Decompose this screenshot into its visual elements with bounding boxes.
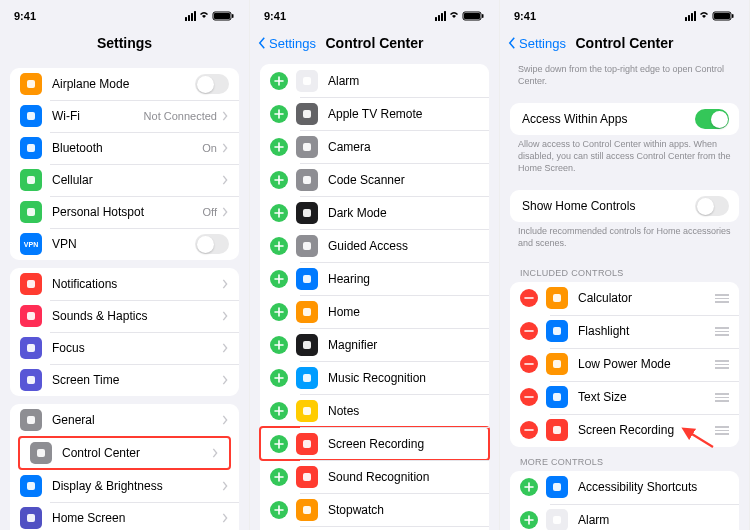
- add-icon[interactable]: [270, 204, 288, 222]
- remove-icon[interactable]: [520, 421, 538, 439]
- control-icon: [296, 334, 318, 356]
- svg-rect-13: [27, 312, 35, 320]
- svg-rect-24: [441, 13, 443, 21]
- add-icon[interactable]: [270, 303, 288, 321]
- add-control-row-screen-recording[interactable]: Screen Recording: [260, 427, 489, 460]
- page-title: Settings: [97, 35, 152, 51]
- settings-row-control-center[interactable]: Control Center: [20, 438, 229, 468]
- settings-row-wi-fi[interactable]: Wi-FiNot Connected: [10, 100, 239, 132]
- reorder-handle-icon[interactable]: [715, 360, 729, 369]
- cc-scroll[interactable]: Swipe down from the top-right edge to op…: [500, 60, 749, 530]
- add-icon[interactable]: [520, 478, 538, 496]
- add-control-row-stopwatch[interactable]: Stopwatch: [260, 493, 489, 526]
- more-row-accessibility-shortcuts[interactable]: Accessibility Shortcuts: [510, 471, 739, 504]
- status-icons: [435, 11, 485, 21]
- add-icon[interactable]: [270, 468, 288, 486]
- add-control-row-camera[interactable]: Camera: [260, 130, 489, 163]
- toggle-show-home[interactable]: [695, 196, 729, 216]
- toggle[interactable]: [195, 74, 229, 94]
- group-general: GeneralControl CenterDisplay & Brightnes…: [10, 404, 239, 530]
- reorder-handle-icon[interactable]: [715, 294, 729, 303]
- remove-icon[interactable]: [520, 388, 538, 406]
- toggle[interactable]: [195, 234, 229, 254]
- settings-row-display-brightness[interactable]: Display & Brightness: [10, 470, 239, 502]
- add-icon[interactable]: [270, 336, 288, 354]
- row-icon: [20, 409, 42, 431]
- settings-row-vpn[interactable]: VPNVPN: [10, 228, 239, 260]
- toggle-access-within-apps[interactable]: [695, 109, 729, 129]
- included-row-low-power-mode[interactable]: Low Power Mode: [510, 348, 739, 381]
- add-control-row-hearing[interactable]: Hearing: [260, 262, 489, 295]
- add-control-row-alarm[interactable]: Alarm: [260, 64, 489, 97]
- svg-rect-12: [27, 280, 35, 288]
- add-icon[interactable]: [270, 435, 288, 453]
- settings-scroll[interactable]: Airplane ModeWi-FiNot ConnectedBluetooth…: [0, 60, 249, 530]
- back-button[interactable]: Settings: [256, 36, 316, 51]
- chevron-right-icon: [211, 448, 219, 458]
- add-control-row-code-scanner[interactable]: Code Scanner: [260, 163, 489, 196]
- access-within-apps-row[interactable]: Access Within Apps: [510, 103, 739, 135]
- back-button[interactable]: Settings: [506, 36, 566, 51]
- reorder-handle-icon[interactable]: [715, 327, 729, 336]
- add-control-row-music-recognition[interactable]: Music Recognition: [260, 361, 489, 394]
- settings-row-sounds-haptics[interactable]: Sounds & Haptics: [10, 300, 239, 332]
- control-icon: [296, 235, 318, 257]
- svg-rect-48: [691, 13, 693, 21]
- add-control-row-dark-mode[interactable]: Dark Mode: [260, 196, 489, 229]
- reorder-handle-icon[interactable]: [715, 426, 729, 435]
- add-icon[interactable]: [270, 237, 288, 255]
- add-icon[interactable]: [270, 171, 288, 189]
- settings-row-home-screen[interactable]: Home Screen: [10, 502, 239, 530]
- control-label: Alarm: [328, 74, 479, 88]
- svg-rect-16: [27, 416, 35, 424]
- settings-row-screen-time[interactable]: Screen Time: [10, 364, 239, 396]
- add-control-row-guided-access[interactable]: Guided Access: [260, 229, 489, 262]
- included-row-flashlight[interactable]: Flashlight: [510, 315, 739, 348]
- control-icon: [296, 433, 318, 455]
- included-row-calculator[interactable]: Calculator: [510, 282, 739, 315]
- add-icon[interactable]: [270, 138, 288, 156]
- remove-icon[interactable]: [520, 355, 538, 373]
- row-icon: [20, 137, 42, 159]
- settings-row-personal-hotspot[interactable]: Personal HotspotOff: [10, 196, 239, 228]
- add-icon[interactable]: [270, 402, 288, 420]
- add-control-row-timer[interactable]: Timer: [260, 526, 489, 530]
- cc-scroll[interactable]: AlarmApple TV RemoteCameraCode ScannerDa…: [250, 60, 499, 530]
- detail-value: Not Connected: [144, 110, 217, 122]
- svg-rect-49: [694, 11, 696, 21]
- add-control-row-sound-recognition[interactable]: Sound Recognition: [260, 460, 489, 493]
- remove-icon[interactable]: [520, 289, 538, 307]
- settings-row-general[interactable]: General: [10, 404, 239, 436]
- svg-rect-51: [714, 13, 730, 19]
- settings-row-cellular[interactable]: Cellular: [10, 164, 239, 196]
- chevron-right-icon: [221, 481, 229, 491]
- control-icon: [296, 301, 318, 323]
- status-icons: [185, 11, 235, 21]
- add-icon[interactable]: [270, 369, 288, 387]
- add-icon[interactable]: [270, 270, 288, 288]
- settings-row-airplane-mode[interactable]: Airplane Mode: [10, 68, 239, 100]
- add-icon[interactable]: [270, 501, 288, 519]
- settings-row-bluetooth[interactable]: BluetoothOn: [10, 132, 239, 164]
- add-control-row-home[interactable]: Home: [260, 295, 489, 328]
- settings-row-focus[interactable]: Focus: [10, 332, 239, 364]
- svg-rect-28: [482, 14, 484, 18]
- settings-row-notifications[interactable]: Notifications: [10, 268, 239, 300]
- add-icon[interactable]: [270, 105, 288, 123]
- status-time: 9:41: [514, 10, 536, 22]
- reorder-handle-icon[interactable]: [715, 393, 729, 402]
- detail-value: Off: [203, 206, 217, 218]
- note-home: Include recommended controls for Home ac…: [500, 222, 749, 257]
- add-icon[interactable]: [270, 72, 288, 90]
- add-control-row-notes[interactable]: Notes: [260, 394, 489, 427]
- add-control-row-magnifier[interactable]: Magnifier: [260, 328, 489, 361]
- status-time: 9:41: [264, 10, 286, 22]
- remove-icon[interactable]: [520, 322, 538, 340]
- more-row-alarm[interactable]: Alarm: [510, 504, 739, 530]
- add-control-row-apple-tv-remote[interactable]: Apple TV Remote: [260, 97, 489, 130]
- included-row-text-size[interactable]: Text Size: [510, 381, 739, 414]
- svg-rect-38: [303, 374, 311, 382]
- add-icon[interactable]: [520, 511, 538, 529]
- control-label: Camera: [328, 140, 479, 154]
- show-home-row[interactable]: Show Home Controls: [510, 190, 739, 222]
